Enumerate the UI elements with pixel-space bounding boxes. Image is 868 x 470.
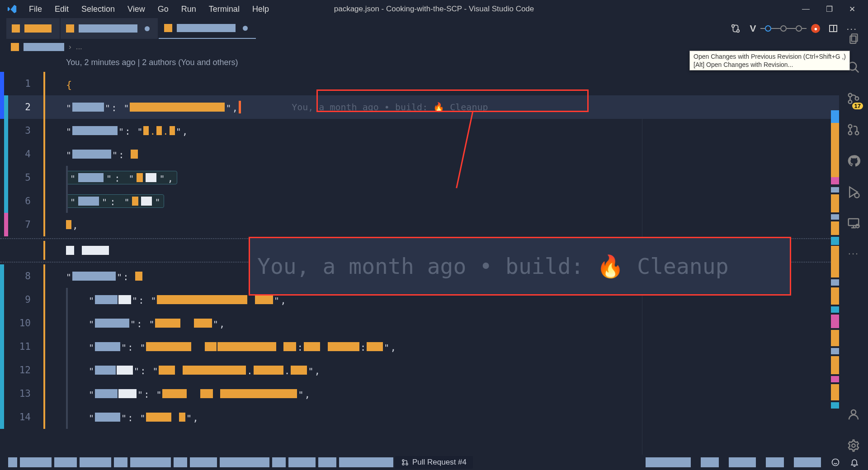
tooltip: Open Changes with Previous Revision (Ctr… <box>689 51 850 70</box>
svg-point-11 <box>855 193 859 198</box>
svg-point-10 <box>855 132 859 135</box>
menu-bar: File Edit Selection View Go Run Terminal… <box>24 3 274 16</box>
menu-help[interactable]: Help <box>247 3 274 16</box>
open-changes-previous-icon[interactable] <box>765 25 771 32</box>
code-line[interactable]: 3 "" : ".." , <box>0 119 839 142</box>
dirty-indicator-icon <box>243 26 248 31</box>
line-number: 13 <box>12 388 43 399</box>
accounts-icon[interactable] <box>847 408 860 423</box>
explorer-files-icon[interactable] <box>848 33 860 47</box>
more-views-icon[interactable]: ··· <box>848 248 859 259</box>
tab-label <box>24 24 52 33</box>
code-line[interactable]: 14 "" : " " , <box>0 405 839 429</box>
window-controls: — ❐ ✕ <box>802 5 863 14</box>
editor-tab-2[interactable] <box>61 18 158 39</box>
line-number: 7 <box>12 219 43 230</box>
main-area: You, 2 minutes ago | 2 authors (You and … <box>0 55 868 455</box>
breadcrumb-separator-icon: › <box>69 42 71 52</box>
breadcrumb-file <box>24 43 64 51</box>
folded-region[interactable]: "" : "" <box>66 194 164 208</box>
svg-point-16 <box>402 460 404 461</box>
menu-terminal[interactable]: Terminal <box>203 3 245 16</box>
svg-point-0 <box>732 25 735 28</box>
revision-nav-prev-icon[interactable] <box>780 25 787 32</box>
svg-point-14 <box>851 410 856 414</box>
code-line-current[interactable]: 2 "" : "" , You, a month ago • build: 🔥 … <box>0 95 839 119</box>
minimize-button[interactable]: — <box>802 5 810 14</box>
notifications-bell-icon[interactable] <box>850 458 859 467</box>
status-pull-request[interactable]: Pull Request #4 <box>395 456 473 469</box>
menu-selection[interactable]: Selection <box>76 3 120 16</box>
menu-edit[interactable]: Edit <box>49 3 74 16</box>
json-file-icon <box>11 43 19 51</box>
remote-explorer-icon[interactable] <box>847 216 860 232</box>
code-line[interactable]: 12 "" : " .." , <box>0 358 839 382</box>
activity-bar: 17 ··· <box>839 55 868 455</box>
code-line[interactable]: 4 "" : <box>0 142 839 166</box>
github-icon[interactable] <box>847 154 860 170</box>
code-line[interactable]: 6 "" : "" <box>0 189 839 213</box>
scm-badge: 17 <box>852 103 863 109</box>
notification-dot-icon[interactable]: ● <box>811 24 820 33</box>
svg-point-18 <box>406 463 408 465</box>
feedback-icon[interactable] <box>831 458 840 467</box>
code-line[interactable]: 7 , <box>0 213 839 236</box>
compare-changes-icon[interactable] <box>731 24 741 33</box>
line-number: 3 <box>12 125 43 136</box>
window-title: package.json - Cooking-with-the-SCP - Vi… <box>334 5 534 14</box>
tab-actions: V ● ··· <box>731 23 868 34</box>
menu-file[interactable]: File <box>24 3 47 16</box>
status-left[interactable] <box>0 457 455 467</box>
code-line[interactable]: 13 "" : " " , <box>0 382 839 405</box>
folded-region[interactable]: "" : "" , <box>66 171 177 184</box>
svg-rect-3 <box>850 36 856 43</box>
editor-tab-1[interactable] <box>6 18 60 39</box>
editor-tab-3[interactable] <box>159 18 256 39</box>
code-line[interactable]: 5 "" : "" , <box>0 166 839 189</box>
editor-tabs: V ● ··· <box>0 18 868 39</box>
svg-point-9 <box>849 132 852 135</box>
svg-point-1 <box>737 30 740 33</box>
svg-point-5 <box>849 94 852 97</box>
status-right[interactable] <box>646 457 868 467</box>
code-line[interactable]: 11 "" : " : :" , <box>0 335 839 358</box>
breadcrumb-tail: ... <box>76 42 82 52</box>
code-line[interactable]: 1 { <box>0 72 839 95</box>
revision-nav-next-icon[interactable] <box>796 25 802 32</box>
line-number: 6 <box>12 196 43 207</box>
dirty-indicator-icon <box>145 26 150 31</box>
line-number: 1 <box>12 78 43 89</box>
vscode-logo-icon <box>7 4 17 14</box>
svg-point-19 <box>832 459 839 466</box>
line-number: 10 <box>12 318 43 329</box>
menu-run[interactable]: Run <box>176 3 202 16</box>
annotation-callout-zoom: You, a month ago • build: 🔥 Cleanup <box>249 237 791 296</box>
overview-ruler[interactable] <box>831 110 839 455</box>
line-number: 12 <box>12 365 43 376</box>
tab-label <box>79 24 137 33</box>
gitlens-inline-blame[interactable]: You, a month ago • build: 🔥 Cleanup <box>292 102 488 113</box>
tooltip-line1: Open Changes with Previous Revision (Ctr… <box>693 52 846 61</box>
maximize-button[interactable]: ❐ <box>826 5 833 14</box>
editor[interactable]: You, 2 minutes ago | 2 authors (You and … <box>0 55 839 455</box>
code-line[interactable]: 10 "" : " " , <box>0 311 839 335</box>
run-debug-icon[interactable] <box>847 185 860 201</box>
svg-point-15 <box>852 444 855 447</box>
svg-point-6 <box>849 100 852 104</box>
menu-view[interactable]: View <box>122 3 151 16</box>
close-button[interactable]: ✕ <box>849 5 855 14</box>
tab-label <box>177 24 236 32</box>
split-editor-icon[interactable] <box>829 25 837 32</box>
pull-request-icon[interactable] <box>847 123 860 139</box>
zoom-blame-text: You, a month ago • build: 🔥 Cleanup <box>257 254 729 279</box>
status-pr-label: Pull Request #4 <box>412 458 467 467</box>
verified-icon[interactable]: V <box>750 23 756 34</box>
source-control-icon[interactable]: 17 <box>847 92 860 108</box>
settings-gear-icon[interactable] <box>847 439 860 455</box>
status-bar: Pull Request #4 <box>0 455 868 470</box>
line-number: 4 <box>12 149 43 160</box>
line-number: 8 <box>12 271 43 282</box>
line-number: 14 <box>12 412 43 423</box>
menu-go[interactable]: Go <box>152 3 174 16</box>
line-number: 2 <box>12 102 43 113</box>
